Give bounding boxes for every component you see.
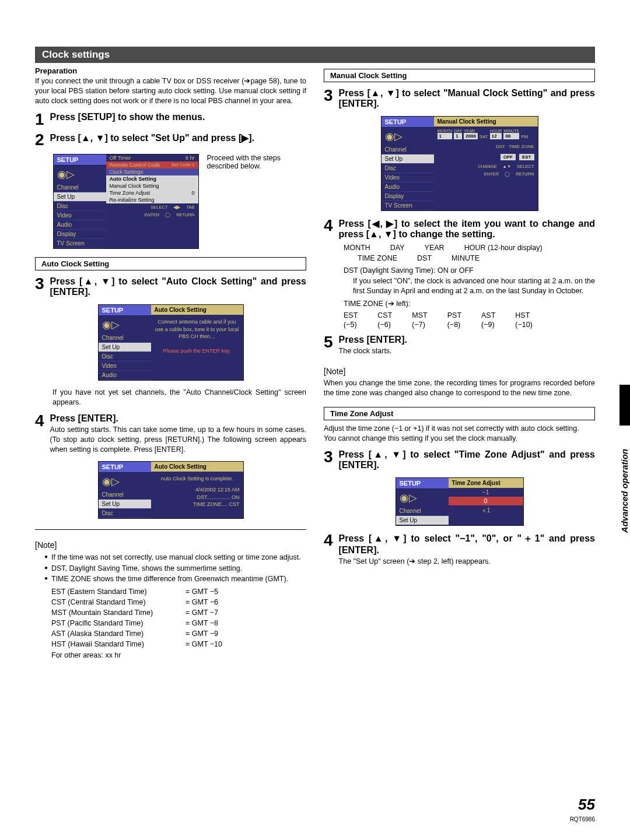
osd-right-line: Time Zone Adjust0 (106, 189, 198, 196)
step-3-manual-label: Press [▲, ▼] to select "Manual Clock Set… (339, 88, 595, 109)
step-number: 3 (324, 88, 333, 103)
note-body: When you change the time zone, the recor… (324, 378, 595, 399)
osd-menu-item-active: Set Up (54, 192, 106, 202)
osd-header: SETUP (99, 462, 151, 473)
note-bullet: TIME ZONE shows the time difference from… (44, 574, 306, 584)
section-side-label: Advanced operation (620, 449, 629, 533)
subsection-auto-clock: Auto Clock Setting (35, 257, 306, 270)
step-5-label: Press [ENTER]. (339, 335, 595, 345)
step-number: 3 (324, 449, 333, 464)
disc-icon: ◉▷ (382, 128, 434, 145)
step-4-manual: 4 Press [◀, ▶] to select the item you wa… (324, 218, 595, 240)
step-4-tz-body: The "Set Up" screen (➔ step 2, left) rea… (339, 557, 595, 567)
step-3-auto: 3 Press [▲, ▼] to select "Auto Clock Set… (35, 276, 306, 297)
step-3-auto-label: Press [▲, ▼] to select "Auto Clock Setti… (50, 276, 306, 297)
note-bullet: DST, Daylight Saving Time, shows the sum… (44, 563, 306, 574)
tz-heading: TIME ZONE (➔ left): (344, 299, 595, 310)
osd-right-line: Manual Clock Setting (106, 182, 198, 189)
osd-right-line: Off Timer6 hr (106, 154, 198, 161)
osd-auto-clock-prompt: SETUP ◉▷ Channel Set Up Disc Video Audio… (98, 304, 244, 381)
osd-menu-item: Channel (99, 333, 151, 343)
osd-menu-item: Channel (54, 183, 106, 192)
tz-adjust-body-2: You cannot change this setting if you se… (324, 434, 595, 444)
step-2: 2 Press [▲, ▼] to select "Set Up" and pr… (35, 132, 306, 147)
osd-right-line-selected: Remote Control CodeSet Code 1 (106, 161, 198, 168)
step-number: 5 (324, 335, 333, 349)
osd-menu-item: TV Screen (382, 201, 434, 210)
osd-menu-item: TV Screen (54, 239, 106, 248)
osd-menu-item: Video (99, 361, 151, 371)
osd-menu-item: Audio (99, 371, 151, 380)
tz-adjust-body-1: Adjust the time zone (−1 or +1) if it wa… (324, 424, 595, 434)
gmt-table: EST (Eastern Standard Time)= GMT −5 CST … (51, 586, 306, 660)
note-bullet: If the time was not set correctly, use m… (44, 552, 306, 563)
osd-option: −1 (449, 488, 523, 497)
osd-footer: CHANGE▲▼SELECT (434, 163, 538, 170)
osd-menu-item-active: Set Up (382, 154, 434, 164)
osd-manual-clock: SETUP ◉▷ Channel Set Up Disc Video Audio… (381, 116, 538, 211)
osd-menu-item: Disc (99, 352, 151, 361)
editable-items: MONTHDAY YEARHOUR (12-hour display) TIME… (344, 243, 595, 309)
step-number: 1 (35, 112, 44, 126)
left-column: Preparation If you connect the unit thro… (35, 66, 306, 660)
osd-menu-item-active: Set Up (99, 343, 151, 352)
osd-right-header: Manual Clock Setting (434, 117, 538, 126)
osd-menu-item: Video (54, 211, 106, 220)
osd-message: Connect antenna cable and if you use a c… (151, 315, 243, 344)
step-3-tz: 3 Press [▲, ▼] to select "Time Zone Adju… (324, 449, 595, 470)
osd-dst-tz-labels: DSTTIME ZONE (434, 142, 538, 152)
step-number: 4 (324, 218, 333, 233)
dst-explain: If you select "ON", the clock is advance… (353, 276, 595, 297)
osd-menu-item-active: Set Up (396, 516, 449, 525)
osd-menu-item: Display (54, 230, 106, 239)
osd-footer: SELECT◀▶TAB (106, 203, 198, 211)
step-3-manual: 3 Press [▲, ▼] to select "Manual Clock S… (324, 88, 595, 109)
tz-abbr-row: EST(−5) CST(−6) MST(−7) PST(−8) AST(−9) … (344, 311, 595, 329)
osd-message-warning: Please push the ENTER key. (151, 344, 243, 359)
osd-menu-item: Video (382, 173, 434, 182)
osd-menu-item: Audio (54, 220, 106, 230)
disc-icon: ◉▷ (54, 166, 106, 183)
step-4-tz: 4 Press [▲, ▼] to select "−1", "0", or "… (324, 533, 595, 567)
preparation-heading: Preparation (35, 66, 306, 75)
step-3-tz-label: Press [▲, ▼] to select "Time Zone Adjust… (339, 449, 595, 470)
osd-footer: ENTER◯RETURN (106, 211, 198, 219)
step-5-body: The clock starts. (339, 346, 595, 356)
osd-menu-item: Channel (396, 507, 449, 516)
osd-menu-item: Disc (99, 509, 151, 518)
step-number: 2 (35, 132, 44, 147)
subsection-manual-clock: Manual Clock Setting (324, 69, 595, 82)
osd-menu-item: Disc (382, 164, 434, 173)
step-4-manual-label: Press [◀, ▶] to select the item you want… (339, 218, 595, 240)
step-4-auto: 4 Press [ENTER]. Auto setting starts. Th… (35, 413, 306, 455)
step-4-auto-label: Press [ENTER]. (50, 413, 306, 424)
page-footer: 55 RQT6986 (570, 796, 595, 823)
step-number: 3 (35, 276, 44, 291)
edge-tab (620, 385, 630, 426)
right-column: Manual Clock Setting 3 Press [▲, ▼] to s… (324, 66, 595, 660)
osd-date-row: MONTH1 DAY1 YEAR2000 SAT HOUR12 MINUTE00… (434, 126, 538, 142)
osd-footer: ENTER◯RETURN (434, 170, 538, 178)
step-1-label: Press [SETUP] to show the menus. (50, 112, 306, 122)
note-heading: [Note] (35, 540, 306, 550)
osd-tz-adjust: SETUP ◉▷ Channel Set Up Time Zone Adjust… (396, 477, 524, 526)
page-number: 55 (570, 796, 595, 814)
disc-icon: ◉▷ (99, 473, 151, 490)
osd-message: Auto Clock Setting is complete. (151, 472, 243, 486)
osd-menu-item: Channel (382, 145, 434, 154)
osd-setup-menu: SETUP ◉▷ Channel Set Up Disc Video Audio… (53, 154, 199, 249)
step-number: 4 (324, 533, 333, 547)
osd-right-header: Auto Clock Setting (151, 305, 243, 315)
osd-option-selected: 0 (449, 497, 523, 505)
subsection-tz-adjust: Time Zone Adjust (324, 407, 595, 420)
section-title: Clock settings (35, 47, 595, 63)
osd-menu-item: Audio (382, 182, 434, 192)
osd-header: SETUP (382, 117, 434, 128)
note-bullets: If the time was not set correctly, use m… (44, 552, 306, 584)
step-5: 5 Press [ENTER]. The clock starts. (324, 335, 595, 356)
step-2-label: Press [▲, ▼] to select "Set Up" and pres… (50, 132, 306, 143)
osd-header: SETUP (99, 305, 151, 316)
step-4-tz-label: Press [▲, ▼] to select "−1", "0", or "＋1… (339, 533, 595, 556)
osd-header: SETUP (54, 154, 106, 166)
osd-subheading: Clock Settings (106, 168, 198, 175)
